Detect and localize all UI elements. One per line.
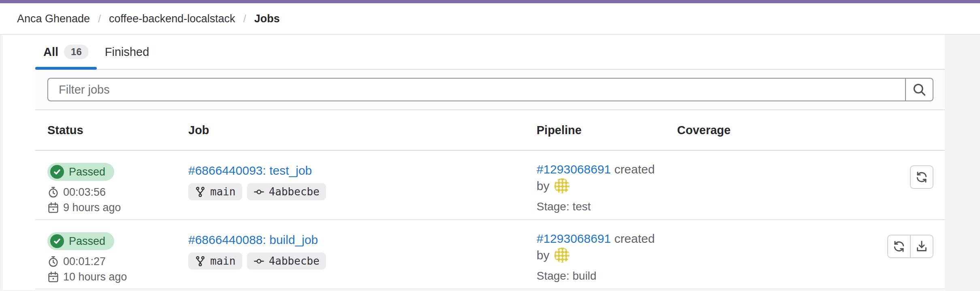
age-value: 10 hours ago (63, 271, 127, 283)
jobs-table-header: Status Job Pipeline Coverage (35, 110, 945, 151)
status-label: Passed (69, 166, 105, 178)
breadcrumb: Anca Ghenade / coffee-backend-localstack… (17, 13, 280, 25)
tab-all-count-badge: 16 (64, 45, 89, 59)
download-icon (915, 240, 928, 253)
duration-value: 00:03:56 (63, 186, 106, 199)
column-header-coverage: Coverage (677, 124, 803, 137)
column-header-status: Status (35, 124, 188, 137)
filter-jobs-input[interactable] (47, 78, 905, 101)
branch-name: main (210, 255, 236, 267)
breadcrumb-item-jobs: Jobs (254, 13, 280, 25)
branch-badge[interactable]: main (188, 252, 242, 270)
tab-finished[interactable]: Finished (97, 35, 158, 69)
table-row: Passed 00:03:56 9 hours ago (35, 151, 945, 220)
actions-cell (803, 151, 945, 219)
jobs-page: Anca Ghenade / coffee-backend-localstack… (0, 0, 980, 291)
status-badge[interactable]: Passed (47, 232, 114, 250)
pipeline-triggerer-avatar[interactable] (554, 248, 569, 263)
retry-icon (915, 171, 928, 184)
pipeline-stage: Stage: test (537, 200, 677, 213)
commit-badge[interactable]: 4abbecbe (247, 252, 326, 270)
jobs-tabs: All 16 Finished (35, 35, 945, 70)
branch-icon (195, 256, 206, 267)
table-row: Passed 00:01:27 10 hours ago (35, 220, 945, 289)
breadcrumb-item-user[interactable]: Anca Ghenade (17, 13, 90, 25)
pipeline-created-text: created (614, 232, 655, 245)
calendar-icon (47, 271, 59, 283)
status-cell: Passed 00:03:56 9 hours ago (35, 151, 188, 219)
commit-sha: 4abbecbe (269, 255, 320, 267)
main-area: All 16 Finished (0, 35, 980, 290)
content-card: All 16 Finished (3, 35, 945, 290)
breadcrumb-bar: Anca Ghenade / coffee-backend-localstack… (0, 3, 980, 35)
duration-value: 00:01:27 (63, 255, 106, 268)
calendar-icon (47, 202, 59, 214)
status-label: Passed (69, 235, 105, 248)
tab-all[interactable]: All 16 (35, 35, 97, 69)
pipeline-stage: Stage: build (537, 270, 677, 282)
status-passed-icon (50, 165, 64, 179)
pipeline-link[interactable]: #1293068691 (537, 232, 611, 245)
job-cell: #6866440093: test_job main 4 (188, 151, 537, 219)
breadcrumb-separator: / (98, 13, 101, 25)
retry-job-button[interactable] (887, 235, 911, 258)
tab-finished-label: Finished (105, 45, 149, 59)
stopwatch-icon (47, 186, 59, 198)
actions-cell (803, 220, 945, 289)
age-value: 9 hours ago (63, 201, 121, 214)
job-duration: 00:03:56 (47, 186, 188, 199)
commit-icon (254, 256, 264, 267)
tab-all-label: All (43, 45, 58, 59)
commit-sha: 4abbecbe (269, 186, 320, 198)
job-duration: 00:01:27 (47, 255, 188, 268)
pipeline-link[interactable]: #1293068691 (537, 163, 611, 176)
job-link[interactable]: #6866440088: build_job (188, 233, 318, 247)
branch-name: main (210, 186, 236, 198)
branch-icon (195, 186, 206, 197)
pipeline-cell: #1293068691 created by Stage: test (537, 151, 677, 219)
actions-button-group (887, 235, 933, 258)
branch-badge[interactable]: main (188, 183, 242, 200)
job-cell: #6866440088: build_job main (188, 220, 537, 289)
column-header-pipeline: Pipeline (537, 124, 677, 137)
search-icon (912, 82, 927, 97)
breadcrumb-separator: / (243, 13, 246, 25)
pipeline-triggerer-avatar[interactable] (554, 178, 569, 193)
job-age: 9 hours ago (47, 201, 188, 214)
breadcrumb-item-project[interactable]: coffee-backend-localstack (109, 13, 235, 25)
ref-badges: main 4abbecbe (188, 183, 537, 200)
ref-badges: main 4abbecbe (188, 252, 537, 270)
window-accent-bar (0, 0, 980, 3)
retry-job-button[interactable] (910, 165, 933, 189)
status-badge[interactable]: Passed (47, 163, 114, 181)
column-header-job: Job (188, 124, 537, 137)
stopwatch-icon (47, 256, 59, 267)
retry-icon (893, 240, 905, 253)
job-age: 10 hours ago (47, 271, 188, 283)
commit-badge[interactable]: 4abbecbe (247, 183, 326, 200)
status-cell: Passed 00:01:27 10 hours ago (35, 220, 188, 289)
pipeline-cell: #1293068691 created by Stage: build (537, 220, 677, 289)
coverage-cell (677, 151, 803, 219)
commit-icon (254, 186, 264, 197)
job-link[interactable]: #6866440093: test_job (188, 164, 312, 178)
filter-bar (35, 70, 945, 110)
filter-input-group (47, 78, 933, 101)
status-passed-icon (50, 234, 64, 248)
pipeline-created-text: created (614, 163, 655, 176)
pipeline-by-text: by (537, 248, 550, 262)
coverage-cell (677, 220, 803, 289)
pipeline-by-text: by (537, 179, 550, 193)
download-artifacts-button[interactable] (910, 235, 933, 258)
search-button[interactable] (905, 78, 933, 101)
